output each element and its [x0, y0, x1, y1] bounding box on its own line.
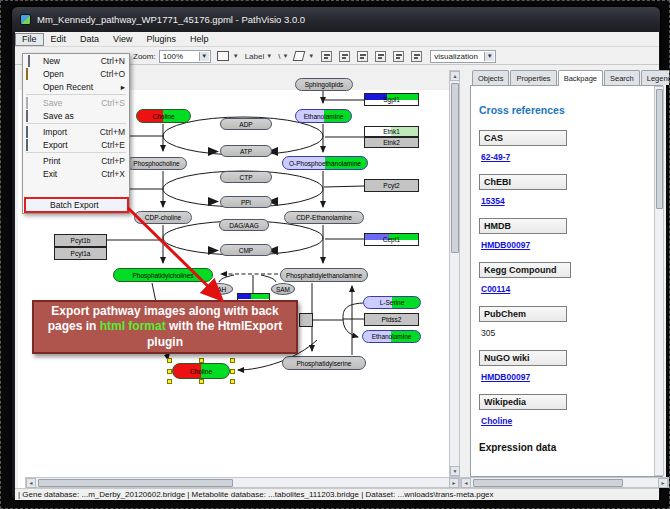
menu-item-import[interactable]: Import Ctrl+M: [23, 125, 129, 138]
tab-objects[interactable]: Objects: [472, 70, 509, 85]
label-tool-button[interactable]: Label ▼: [245, 50, 273, 63]
panel-vertical-scrollbar[interactable]: [654, 86, 664, 476]
node-choline[interactable]: Choline: [136, 109, 191, 123]
menu-item-batch-export[interactable]: Batch Export: [24, 197, 129, 213]
menu-item-save[interactable]: Save Ctrl+S: [23, 96, 129, 109]
gene-box-pcyt1a[interactable]: Pcyt1a: [54, 247, 107, 260]
crossref-link[interactable]: HMDB00097: [481, 372, 530, 382]
node-o-phosphoethanolamine[interactable]: O-Phosphoethanolamine: [282, 156, 368, 170]
scroll-right-icon[interactable]: ►: [658, 478, 668, 488]
gene-box-sgpl1[interactable]: Sgpl1: [364, 93, 419, 106]
scrollbar-thumb[interactable]: [451, 83, 459, 253]
datanode-tool-button[interactable]: ▼: [217, 50, 239, 63]
shape-tool-button[interactable]: ▼: [294, 50, 314, 63]
stack-horizontal-icon[interactable]: [411, 51, 422, 62]
chevron-down-icon[interactable]: ▼: [199, 52, 209, 61]
scroll-down-icon[interactable]: ▼: [450, 466, 460, 476]
menu-item-export[interactable]: Export Ctrl+E: [23, 138, 129, 151]
node-cmp[interactable]: CMP: [220, 244, 272, 256]
chevron-down-icon[interactable]: ▼: [266, 53, 272, 59]
node-atp[interactable]: ATP: [220, 145, 272, 157]
menu-data[interactable]: Data: [73, 33, 106, 46]
node-ethanolamine-top[interactable]: Ethanolamine: [295, 109, 352, 123]
crossref-link[interactable]: 62-49-7: [481, 152, 510, 162]
node-sah[interactable]: SAH: [206, 283, 233, 295]
menu-item-open[interactable]: Open Ctrl+O: [23, 67, 129, 80]
crossref-link[interactable]: HMDB00097: [481, 240, 530, 250]
menu-file[interactable]: File: [15, 33, 44, 46]
menu-view[interactable]: View: [106, 33, 139, 46]
menu-item-print[interactable]: Print Ctrl+P: [23, 154, 129, 167]
common-height-icon[interactable]: [375, 51, 386, 62]
scroll-left-icon[interactable]: ◄: [26, 478, 36, 488]
chevron-down-icon[interactable]: ▼: [308, 53, 314, 59]
node-phosphocholine[interactable]: Phosphocholine: [126, 157, 187, 170]
scroll-up-icon[interactable]: ▲: [450, 71, 460, 81]
canvas-vertical-scrollbar[interactable]: ▲ ▼: [449, 70, 460, 477]
node-choline-selected[interactable]: Choline: [172, 363, 230, 379]
visualization-combobox[interactable]: visualization ▼: [430, 50, 496, 63]
gene-box-etnk1[interactable]: Etnk1: [364, 126, 419, 137]
node-ctp[interactable]: CTP: [220, 171, 272, 183]
common-width-icon[interactable]: [357, 51, 368, 62]
node-phosphatidylethanolamine[interactable]: Phosphatidylethanolamine: [280, 268, 368, 282]
gene-box-cept1[interactable]: Cept1: [364, 233, 419, 246]
menu-plugins[interactable]: Plugins: [139, 33, 183, 46]
scroll-left-icon[interactable]: ◄: [461, 478, 471, 488]
node-phosphatidylcholines[interactable]: Phosphatidylcholines: [113, 268, 213, 282]
title-bar[interactable]: Mm_Kennedy_pathway_WP1771_45176.gpml - P…: [12, 7, 660, 32]
scrollbar-thumb[interactable]: [656, 89, 663, 209]
gene-box-unlabeled[interactable]: [299, 313, 313, 327]
node-ppi[interactable]: PPi: [220, 196, 272, 208]
menu-item-save-as[interactable]: Save as: [23, 109, 129, 122]
tab-properties[interactable]: Properties: [510, 70, 556, 85]
gene-box-pcyt1b[interactable]: Pcyt1b: [54, 234, 107, 247]
node-cdp-ethanolamine[interactable]: CDP-Ethanolamine: [284, 211, 364, 224]
selection-handle[interactable]: [167, 379, 172, 384]
align-horizontal-center-icon[interactable]: [321, 51, 332, 62]
scrollbar-thumb[interactable]: [38, 479, 233, 487]
chevron-down-icon[interactable]: ▼: [233, 53, 239, 59]
crossref-section-nugo: NuGO wiki HMDB00097: [479, 350, 654, 394]
scrollbar-thumb[interactable]: [473, 479, 623, 487]
crossref-link[interactable]: C00114: [481, 284, 510, 294]
selection-handle[interactable]: [230, 358, 235, 363]
gene-box-etnk2[interactable]: Etnk2: [364, 137, 419, 148]
node-dag-aag[interactable]: DAG/AAG: [219, 219, 269, 231]
tab-backpage[interactable]: Backpage: [558, 70, 603, 86]
node-sphingolipids[interactable]: Sphingolipids: [295, 78, 353, 91]
scroll-right-icon[interactable]: ►: [449, 478, 459, 488]
node-sam[interactable]: SAM: [271, 283, 295, 295]
selection-handle[interactable]: [230, 369, 235, 374]
menu-item-exit[interactable]: Exit Ctrl+X: [23, 167, 129, 180]
gene-box-ptdss2[interactable]: Ptdss2: [364, 313, 419, 326]
selection-handle[interactable]: [167, 369, 172, 374]
panel-horizontal-scrollbar[interactable]: ◄ ►: [460, 477, 669, 488]
node-adp[interactable]: ADP: [220, 118, 272, 130]
crossref-link[interactable]: Choline: [481, 416, 512, 426]
node-cdp-choline[interactable]: CDP-choline: [134, 211, 192, 224]
side-panel: Objects Properties Backpage Search Legen…: [470, 70, 666, 477]
crossref-link[interactable]: 15354: [481, 196, 505, 206]
selection-handle[interactable]: [167, 358, 172, 363]
node-ethanolamine-bottom[interactable]: Ethanolamine: [362, 330, 421, 343]
selection-handle[interactable]: [199, 358, 204, 363]
line-tool-button[interactable]: \ ▼: [278, 50, 288, 63]
node-l-serine[interactable]: L-Serine: [363, 296, 421, 309]
zoom-combobox[interactable]: 100% ▼: [159, 50, 211, 63]
menu-edit[interactable]: Edit: [44, 33, 74, 46]
menu-help[interactable]: Help: [183, 33, 216, 46]
chevron-down-icon[interactable]: ▼: [282, 53, 288, 59]
gene-box-pcyt2[interactable]: Pcyt2: [364, 179, 419, 192]
canvas-horizontal-scrollbar[interactable]: ◄ ►: [25, 477, 460, 488]
menu-item-new[interactable]: New Ctrl+N: [23, 54, 129, 67]
chevron-down-icon[interactable]: ▼: [484, 52, 494, 61]
node-phosphatidylserine[interactable]: Phosphatidylserine: [282, 356, 366, 370]
align-vertical-center-icon[interactable]: [339, 51, 350, 62]
tab-legend[interactable]: Legend: [641, 70, 670, 85]
menu-item-open-recent[interactable]: Open Recent ▸: [23, 80, 129, 93]
stack-vertical-icon[interactable]: [393, 51, 404, 62]
tab-search[interactable]: Search: [604, 70, 640, 85]
selection-handle[interactable]: [230, 379, 235, 384]
selection-handle[interactable]: [199, 379, 204, 384]
